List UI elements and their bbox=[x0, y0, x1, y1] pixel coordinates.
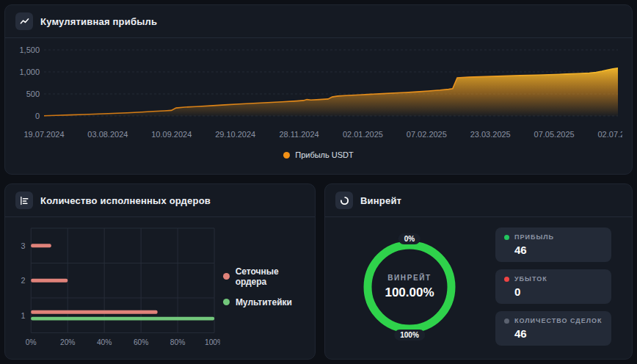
stat-value: 46 bbox=[504, 327, 603, 340]
winrate-stats: ПРИБЫЛЬ 46 УБЫТОК 0 КО bbox=[495, 228, 611, 346]
gauge-center: ВИНРЕЙТ 100.00% bbox=[354, 232, 465, 342]
bar[interactable] bbox=[31, 310, 157, 314]
x-tick-label: 03.08.2024 bbox=[87, 130, 128, 139]
x-tick-label: 07.05.2025 bbox=[534, 130, 575, 139]
multitakes-legend-item[interactable]: Мультитейки bbox=[223, 297, 310, 307]
x-tick-label: 23.03.2025 bbox=[470, 130, 511, 139]
loss-dot-icon bbox=[504, 277, 509, 282]
stat-label: ПРИБЫЛЬ bbox=[514, 233, 554, 241]
orders-legend: Сеточные ордера Мультитейки bbox=[223, 266, 310, 307]
line-chart-icon bbox=[15, 12, 33, 30]
legend-dot-icon bbox=[223, 299, 230, 305]
x-tick-label: 02.07.2025 bbox=[597, 130, 622, 139]
y-tick-label: 500 bbox=[26, 90, 40, 98]
legend-label: Сеточные ордера bbox=[236, 266, 310, 287]
x-tick-label: 02.01.2025 bbox=[343, 130, 383, 139]
x-tick-label: 10.09.2024 bbox=[151, 130, 192, 139]
donut-chart-icon bbox=[335, 192, 353, 209]
y-tick-label: 3 bbox=[21, 241, 25, 250]
cumulative-profit-chart-area: 1,5001,000500019.07.202403.08.202410.09.… bbox=[5, 38, 632, 146]
stat-value: 46 bbox=[504, 244, 603, 256]
gauge-center-value: 100.00% bbox=[385, 285, 434, 300]
x-tick-label: 100% bbox=[205, 338, 220, 346]
stat-card-loss: УБЫТОК 0 bbox=[495, 269, 611, 304]
x-tick-label: 40% bbox=[97, 338, 112, 346]
legend-label: Мультитейки bbox=[236, 297, 292, 307]
bottom-row: Количество исполненных ордеров 0%20%40%6… bbox=[4, 183, 633, 360]
winrate-body: 0% 100% ВИНРЕЙТ 100.00% ПРИБЫЛЬ 46 bbox=[325, 217, 632, 359]
bar[interactable] bbox=[31, 317, 214, 321]
bar[interactable] bbox=[31, 244, 51, 247]
cumulative-profit-panel: Кумулятивная прибыль 1,5001,000500019.07… bbox=[4, 4, 633, 175]
x-tick-label: 0% bbox=[26, 338, 37, 346]
x-tick-label: 29.10.2024 bbox=[215, 130, 255, 139]
y-tick-label: 0 bbox=[35, 112, 40, 120]
stat-value: 0 bbox=[504, 285, 603, 298]
executed-orders-header: Количество исполненных ордеров bbox=[5, 184, 315, 216]
orders-chart-area: 0%20%40%60%80%100%321 Сеточные ордера Му… bbox=[5, 217, 315, 359]
stat-label: УБЫТОК bbox=[514, 275, 547, 283]
stat-card-profit: ПРИБЫЛЬ 46 bbox=[495, 228, 611, 262]
y-tick-label: 1,500 bbox=[19, 46, 40, 54]
cumulative-profit-header: Кумулятивная прибыль bbox=[5, 5, 632, 37]
x-tick-label: 07.02.2025 bbox=[407, 130, 447, 139]
x-tick-label: 28.11.2024 bbox=[279, 130, 318, 139]
panel-title: Винрейт bbox=[360, 195, 401, 206]
x-tick-label: 19.07.2024 bbox=[23, 130, 64, 139]
stat-label: КОЛИЧЕСТВО СДЕЛОК bbox=[514, 317, 603, 324]
y-tick-label: 1 bbox=[21, 311, 25, 320]
y-tick-label: 1,000 bbox=[19, 68, 40, 76]
winrate-panel: Винрейт 0% 100% ВИНРЕЙТ 100.00% bbox=[324, 183, 633, 360]
grid-orders-legend-item[interactable]: Сеточные ордера bbox=[223, 266, 310, 287]
profit-dot-icon bbox=[504, 235, 509, 240]
dashboard: Кумулятивная прибыль 1,5001,000500019.07… bbox=[0, 0, 637, 364]
winrate-gauge[interactable]: 0% 100% ВИНРЕЙТ 100.00% bbox=[354, 232, 465, 342]
profit-legend-item[interactable]: Прибыль USDT bbox=[5, 146, 632, 167]
x-tick-label: 80% bbox=[170, 338, 185, 346]
x-tick-label: 60% bbox=[134, 338, 148, 346]
gauge-center-label: ВИНРЕЙТ bbox=[387, 274, 431, 282]
trades-dot-icon bbox=[504, 318, 509, 324]
panel-title: Кумулятивная прибыль bbox=[40, 16, 157, 27]
y-tick-label: 2 bbox=[21, 276, 25, 285]
executed-orders-panel: Количество исполненных ордеров 0%20%40%6… bbox=[4, 183, 316, 360]
legend-label: Прибыль USDT bbox=[295, 150, 354, 159]
stat-card-trades: КОЛИЧЕСТВО СДЕЛОК 46 bbox=[495, 311, 611, 346]
x-tick-label: 20% bbox=[60, 338, 75, 346]
orders-chart[interactable]: 0%20%40%60%80%100%321 bbox=[8, 222, 220, 351]
panel-title: Количество исполненных ордеров bbox=[40, 195, 211, 206]
legend-dot-icon bbox=[223, 273, 230, 280]
bar-chart-icon bbox=[15, 192, 33, 209]
winrate-header: Винрейт bbox=[325, 184, 632, 216]
legend-dot-icon bbox=[283, 152, 290, 159]
bar[interactable] bbox=[31, 279, 68, 283]
cumulative-profit-chart[interactable]: 1,5001,000500019.07.202403.08.202410.09.… bbox=[15, 44, 622, 143]
